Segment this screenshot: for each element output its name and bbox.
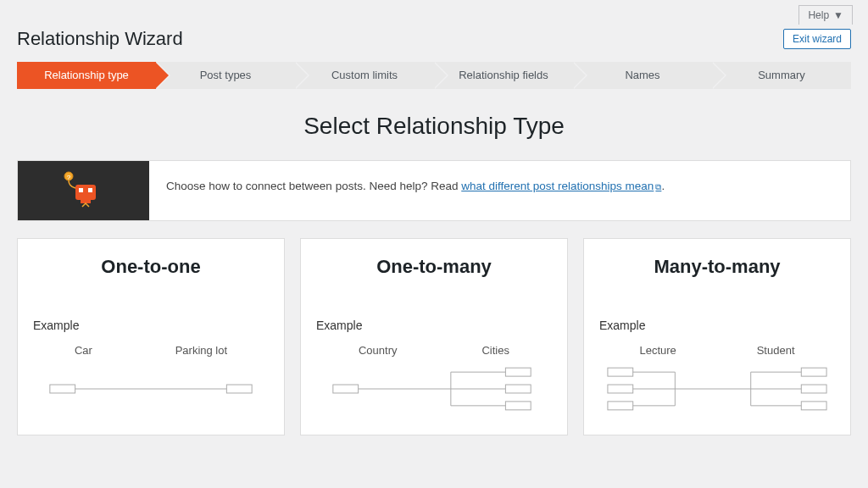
diagram-left-label: Lecture <box>639 344 676 357</box>
svg-rect-6 <box>50 385 75 393</box>
svg-rect-4 <box>88 188 92 192</box>
relationship-cards: One-to-one Example Car Parking lot One-t… <box>0 238 868 435</box>
wizard-steps: Relationship typePost typesCustom limits… <box>17 62 851 89</box>
chevron-down-icon: ▼ <box>833 9 843 21</box>
example-label: Example <box>316 319 552 332</box>
svg-rect-2 <box>75 185 96 200</box>
help-tab[interactable]: Help ▼ <box>798 5 853 25</box>
svg-rect-22 <box>801 385 826 393</box>
wizard-step-3[interactable]: Relationship fields <box>434 62 573 89</box>
svg-rect-23 <box>801 402 826 410</box>
svg-rect-19 <box>608 385 633 393</box>
svg-rect-9 <box>333 385 359 393</box>
page-title: Relationship Wizard <box>17 28 183 50</box>
example-label: Example <box>599 319 835 332</box>
diagram-left-label: Country <box>359 344 398 357</box>
info-text-prefix: Choose how to connect between posts. Nee… <box>166 180 461 192</box>
diagram-right-label: Cities <box>481 344 509 357</box>
svg-rect-21 <box>801 368 826 376</box>
relationship-card-many-many[interactable]: Many-to-many Example Lecture Student <box>583 238 851 435</box>
wizard-step-5[interactable]: Summary <box>712 62 851 89</box>
svg-rect-7 <box>226 385 252 393</box>
svg-rect-11 <box>505 385 531 393</box>
example-label: Example <box>33 319 269 332</box>
diagram-right-label: Parking lot <box>175 344 227 357</box>
svg-rect-20 <box>608 402 633 410</box>
exit-wizard-button[interactable]: Exit wizard <box>783 29 851 49</box>
diagram-right-label: Student <box>757 344 795 357</box>
relationship-card-one-many[interactable]: One-to-many Example Country Cities <box>300 238 568 435</box>
svg-text:?: ? <box>66 174 70 181</box>
diagram-labels: Car Parking lot <box>33 344 269 357</box>
card-title: One-to-one <box>33 256 269 278</box>
diagram-labels: Lecture Student <box>599 344 835 357</box>
svg-rect-12 <box>505 402 531 410</box>
svg-rect-10 <box>505 368 531 376</box>
info-link[interactable]: what different post relationships mean⧉ <box>461 180 661 192</box>
svg-rect-18 <box>608 368 633 376</box>
card-title: One-to-many <box>316 256 552 278</box>
wizard-step-1[interactable]: Post types <box>156 62 295 89</box>
svg-rect-3 <box>79 188 83 192</box>
wizard-step-0[interactable]: Relationship type <box>17 62 156 89</box>
help-label: Help <box>808 9 829 21</box>
wizard-step-4[interactable]: Names <box>573 62 712 89</box>
diagram-left-label: Car <box>75 344 92 357</box>
wizard-step-2[interactable]: Custom limits <box>295 62 434 89</box>
info-bar: ? Choose how to connect between posts. N… <box>17 160 851 221</box>
info-robot-icon: ? <box>18 161 149 220</box>
diagram-labels: Country Cities <box>316 344 552 357</box>
relationship-card-one-one[interactable]: One-to-one Example Car Parking lot <box>17 238 285 435</box>
card-title: Many-to-many <box>599 256 835 278</box>
main-heading: Select Relationship Type <box>0 113 868 140</box>
info-text-suffix: . <box>661 180 665 192</box>
info-text: Choose how to connect between posts. Nee… <box>149 161 850 220</box>
